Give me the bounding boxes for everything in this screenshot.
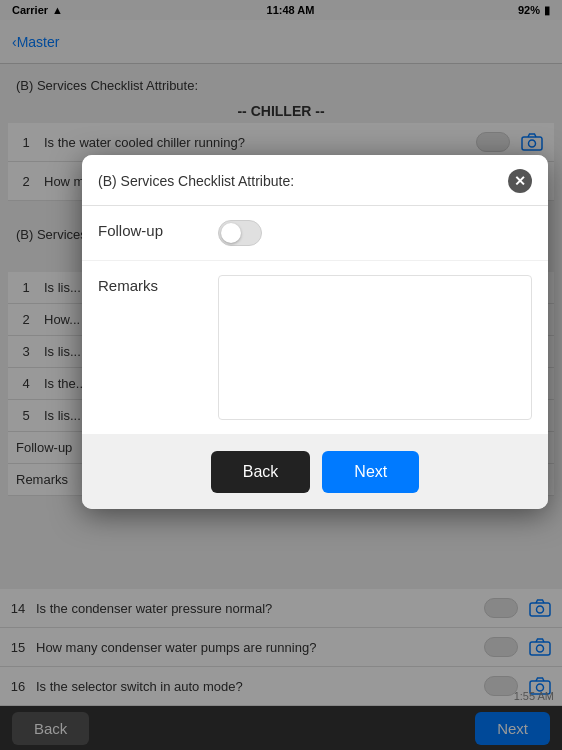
close-icon: ✕: [514, 173, 526, 189]
modal-front-header: (B) Services Checklist Attribute: ✕: [82, 155, 548, 206]
followup-label: Follow-up: [98, 220, 218, 239]
modal-front-close-button[interactable]: ✕: [508, 169, 532, 193]
modal-front-footer: Back Next: [82, 435, 548, 509]
remarks-row: Remarks: [82, 261, 548, 434]
remarks-label: Remarks: [98, 275, 218, 294]
followup-toggle[interactable]: [218, 220, 262, 246]
modal-front: (B) Services Checklist Attribute: ✕ Foll…: [82, 155, 548, 509]
modal-front-body: Follow-up Remarks: [82, 206, 548, 434]
followup-row: Follow-up: [82, 206, 548, 260]
modal-back-button[interactable]: Back: [211, 451, 311, 493]
modal-next-button[interactable]: Next: [322, 451, 419, 493]
remarks-textarea[interactable]: [218, 275, 532, 420]
modal-front-title: (B) Services Checklist Attribute:: [98, 173, 294, 189]
